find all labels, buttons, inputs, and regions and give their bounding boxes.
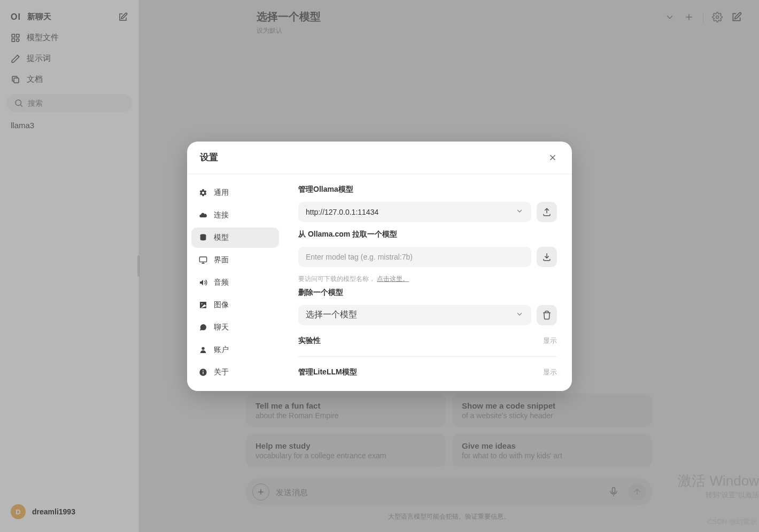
user-icon: [199, 346, 207, 354]
download-button[interactable]: [537, 247, 557, 267]
settings-tab-image[interactable]: 图像: [191, 295, 279, 315]
cloud-icon: [199, 211, 207, 220]
pull-hint: 要访问可下载的模型名称， 点击这里。: [298, 275, 557, 284]
close-button[interactable]: [546, 151, 559, 164]
monitor-icon: [199, 256, 207, 264]
volume-icon: [199, 278, 207, 287]
modal-title: 设置: [200, 151, 218, 163]
settings-tab-account[interactable]: 账户: [191, 340, 279, 360]
settings-modal: 设置 通用 连接 模型 界: [187, 142, 572, 391]
info-icon: [199, 368, 207, 377]
gear-icon: [199, 189, 207, 197]
image-icon: [199, 301, 207, 309]
show-experimental-button[interactable]: 显示: [543, 336, 557, 346]
nav-label: 音频: [214, 278, 229, 287]
nav-label: 通用: [214, 188, 229, 198]
upload-button[interactable]: [537, 202, 557, 222]
database-icon: [199, 233, 207, 242]
pull-model-label: 从 Ollama.com 拉取一个模型: [298, 230, 557, 239]
settings-tab-chat[interactable]: 聊天: [191, 317, 279, 338]
divider: [298, 356, 557, 357]
modal-overlay[interactable]: 设置 通用 连接 模型 界: [0, 0, 759, 532]
chevron-down-icon: [515, 207, 524, 217]
nav-label: 关于: [214, 367, 229, 377]
settings-nav: 通用 连接 模型 界面 音频: [187, 174, 283, 391]
settings-tab-interface[interactable]: 界面: [191, 250, 279, 270]
nav-label: 账户: [214, 345, 229, 355]
experimental-label: 实验性: [298, 336, 321, 346]
message-icon: [199, 323, 207, 332]
svg-point-12: [202, 347, 204, 349]
settings-tab-models[interactable]: 模型: [191, 228, 279, 248]
svg-rect-9: [199, 257, 206, 262]
svg-point-11: [202, 303, 203, 304]
settings-tab-connection[interactable]: 连接: [191, 205, 279, 225]
settings-tab-about[interactable]: 关于: [191, 362, 279, 382]
nav-label: 连接: [214, 210, 229, 220]
svg-point-15: [203, 370, 204, 371]
nav-label: 界面: [214, 255, 229, 265]
delete-model-select[interactable]: 选择一个模型: [298, 305, 531, 325]
pull-model-input[interactable]: [306, 253, 524, 261]
manage-litellm-label: 管理LiteLLM模型: [298, 367, 357, 377]
settings-tab-audio[interactable]: 音频: [191, 272, 279, 293]
settings-tab-general[interactable]: 通用: [191, 183, 279, 203]
ollama-url-select[interactable]: [298, 202, 531, 222]
show-litellm-button[interactable]: 显示: [543, 367, 557, 377]
nav-label: 图像: [214, 300, 229, 310]
pull-model-field[interactable]: [298, 247, 531, 267]
manage-ollama-label: 管理Ollama模型: [298, 185, 557, 194]
chevron-down-icon: [515, 310, 524, 320]
settings-pane: 管理Ollama模型 从 Ollama.com 拉取一个模型: [283, 174, 572, 391]
delete-model-label: 删除一个模型: [298, 288, 557, 298]
nav-label: 聊天: [214, 323, 229, 332]
ollama-url-input[interactable]: [306, 208, 515, 216]
delete-select-placeholder: 选择一个模型: [306, 309, 515, 320]
nav-label: 模型: [214, 233, 229, 242]
svg-rect-14: [203, 371, 203, 374]
delete-button[interactable]: [537, 305, 557, 325]
hint-link[interactable]: 点击这里。: [377, 275, 409, 283]
